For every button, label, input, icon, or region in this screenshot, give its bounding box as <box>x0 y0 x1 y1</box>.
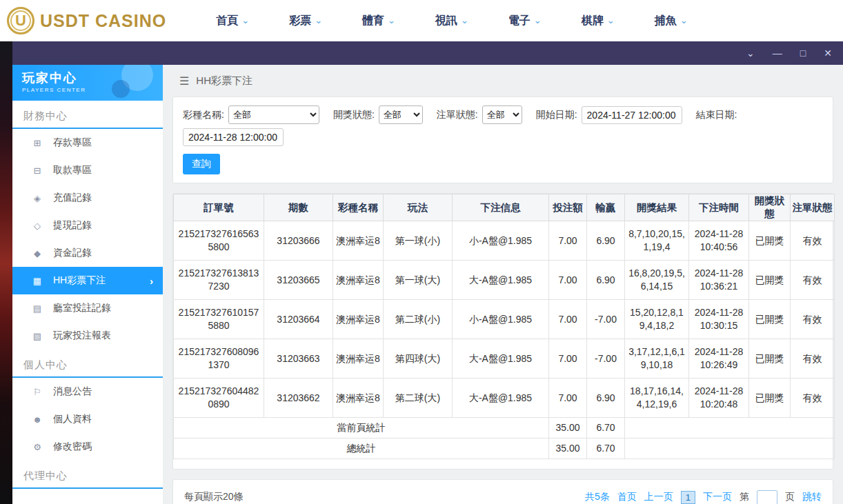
coin-logo-icon: U <box>7 7 34 34</box>
cell-order-id: 2152173276101575880 <box>174 300 264 339</box>
page-size-text: 每頁顯示20條 <box>184 491 244 503</box>
pagination-bar: 每頁顯示20條 共5条 首页 上一页 1 下一页 第 页 跳转 <box>172 479 833 504</box>
brand-name: USDT CASINO <box>40 11 166 31</box>
nav-item-home[interactable]: 首頁 ⌄ <box>216 14 249 28</box>
cell-bet-info: 大-A盤@1.985 <box>453 339 549 379</box>
nav-item-slots[interactable]: 電子 ⌄ <box>508 14 542 28</box>
cell-draw-result: 15,20,12,8,19,4,18,2 <box>625 300 689 339</box>
sidebar-item-player-report[interactable]: ▧ 玩家投注報表 <box>12 322 163 350</box>
nav-item-label: 棋牌 <box>582 14 604 28</box>
sidebar-item-profile[interactable]: ☻ 個人資料 <box>12 405 163 433</box>
sidebar: 玩家中心 PLAYERS CENTER 財務中心 ⊞ 存款專區 ⊟ 取款專區 ◈… <box>12 65 163 504</box>
th-draw-result: 開獎結果 <box>625 194 689 221</box>
th-draw-status: 開獎狀態 <box>749 194 791 221</box>
cell-bet-amount: 7.00 <box>549 300 587 339</box>
breadcrumb: ☰ HH彩票下注 <box>171 65 835 97</box>
bell-icon: ⚐ <box>32 387 43 397</box>
sidebar-item-withdraw-record[interactable]: ◇ 提現記錄 <box>12 212 163 239</box>
current-page-badge: 1 <box>681 491 695 504</box>
cell-bet-time: 2024-11-28 10:40:56 <box>689 221 749 261</box>
recharge-record-icon: ◈ <box>32 193 43 203</box>
nav-item-label: 視訊 <box>435 14 457 28</box>
brand-logo[interactable]: U USDT CASINO <box>7 7 166 34</box>
cell-play-type: 第一球(大) <box>384 261 453 300</box>
bets-table-card: 訂單號 期數 彩種名稱 玩法 下注信息 投注額 輸贏 開獎結果 下注時間 開獎狀… <box>172 193 833 470</box>
nav-item-live-video[interactable]: 視訊 ⌄ <box>435 14 468 28</box>
table-row: 2152173276165635800 31203666 澳洲幸运8 第一球(小… <box>174 221 835 261</box>
cell-bet-amount: 7.00 <box>549 379 587 418</box>
cell-win-loss: -7.00 <box>587 300 625 339</box>
cell-order-status: 有效 <box>791 221 835 261</box>
page-jump-input[interactable] <box>757 490 777 504</box>
sidebar-item-label: 廳室投註記錄 <box>53 302 111 314</box>
sidebar-item-label: 玩家投注報表 <box>53 330 111 342</box>
cell-win-loss: 6.90 <box>587 261 625 300</box>
order-status-select[interactable]: 全部 <box>482 105 522 124</box>
funds-record-icon: ◆ <box>32 248 43 259</box>
page-title: HH彩票下注 <box>196 74 252 88</box>
window-collapse-icon[interactable]: ⌄ <box>746 48 755 58</box>
next-page-link[interactable]: 下一页 <box>703 491 732 503</box>
app-body: 玩家中心 PLAYERS CENTER 財務中心 ⊞ 存款專區 ⊟ 取款專區 ◈… <box>12 65 843 504</box>
prev-page-link[interactable]: 上一页 <box>644 491 673 503</box>
cell-bet-info: 大-A盤@1.985 <box>453 379 549 418</box>
cell-draw-status: 已開獎 <box>749 339 791 379</box>
cell-draw-result: 3,17,12,1,6,19,10,18 <box>625 339 689 379</box>
chevron-down-icon: ⌄ <box>534 15 542 26</box>
nav-item-sports[interactable]: 體育 ⌄ <box>362 14 395 28</box>
jump-button[interactable]: 跳转 <box>802 491 822 503</box>
lottery-name-select[interactable]: 全部 <box>228 105 319 124</box>
nav-item-lottery[interactable]: 彩票 ⌄ <box>289 14 322 28</box>
cell-bet-amount: 7.00 <box>549 261 587 300</box>
cell-order-status: 有效 <box>791 261 835 300</box>
cell-order-id: 2152173276138137230 <box>174 261 264 300</box>
cell-bet-time: 2024-11-28 10:36:21 <box>689 261 749 300</box>
cell-draw-result: 18,17,16,14,4,12,19,6 <box>625 379 689 418</box>
th-period: 期數 <box>264 194 333 221</box>
jump-prefix-label: 第 <box>740 491 749 503</box>
section-finance-center: 財務中心 <box>12 101 163 129</box>
sidebar-item-hh-lottery-bet[interactable]: ▦ HH彩票下注 › <box>12 267 163 294</box>
first-page-link[interactable]: 首页 <box>617 491 637 503</box>
person-icon: ☻ <box>32 414 43 425</box>
section-agent-center: 代理中心 <box>12 461 163 489</box>
nav-item-label: 首頁 <box>216 14 238 28</box>
lottery-name-label: 彩種名稱: <box>183 109 224 121</box>
cell-period: 31203662 <box>264 379 333 418</box>
draw-status-select[interactable]: 全部 <box>379 105 423 124</box>
search-button[interactable]: 查詢 <box>183 154 220 174</box>
chevron-down-icon: ⌄ <box>461 15 468 26</box>
window-minimize-icon[interactable]: — <box>773 48 782 58</box>
th-lottery-name: 彩種名稱 <box>333 194 384 221</box>
cell-bet-info: 小-A盤@1.985 <box>453 221 549 261</box>
cell-bet-amount: 7.00 <box>549 339 587 379</box>
sidebar-item-withdraw[interactable]: ⊟ 取款專區 <box>12 157 163 184</box>
summary-total-empty <box>625 439 835 459</box>
nav-item-fishing[interactable]: 捕魚 ⌄ <box>655 14 688 28</box>
sidebar-item-label: HH彩票下注 <box>53 274 106 287</box>
player-report-icon: ▧ <box>32 331 43 341</box>
sidebar-item-recharge-record[interactable]: ◈ 充值記錄 <box>12 184 163 212</box>
table-row: 2152173276138137230 31203665 澳洲幸运8 第一球(大… <box>174 261 835 300</box>
sidebar-item-room-bet-record[interactable]: ▤ 廳室投註記錄 <box>12 294 163 322</box>
section-personal-center: 個人中心 <box>12 350 163 378</box>
nav-item-cards[interactable]: 棋牌 ⌄ <box>582 14 615 28</box>
cell-period: 31203665 <box>264 261 333 300</box>
chevron-right-icon: › <box>150 275 153 287</box>
menu-toggle-icon[interactable]: ☰ <box>179 74 189 88</box>
sidebar-item-deposit[interactable]: ⊞ 存款專區 <box>12 129 163 157</box>
window-close-icon[interactable]: ✕ <box>824 48 832 58</box>
cell-play-type: 第四球(大) <box>384 339 453 379</box>
cell-order-id: 2152173276044820890 <box>174 379 264 418</box>
sidebar-item-announcements[interactable]: ⚐ 消息公告 <box>12 378 163 405</box>
start-date-input[interactable] <box>582 106 682 124</box>
room-bet-record-icon: ▤ <box>32 303 43 314</box>
end-date-input[interactable] <box>183 128 284 146</box>
sidebar-item-funds-record[interactable]: ◆ 資金記錄 <box>12 239 163 267</box>
cell-order-status: 有效 <box>791 339 835 379</box>
sidebar-item-change-password[interactable]: ⚙ 修改密碼 <box>12 433 163 461</box>
sidebar-item-label: 資金記錄 <box>53 247 92 259</box>
chevron-down-icon: ⌄ <box>315 15 322 26</box>
window-maximize-icon[interactable]: □ <box>800 48 806 58</box>
table-row: 2152173276101575880 31203664 澳洲幸运8 第二球(小… <box>174 300 835 339</box>
